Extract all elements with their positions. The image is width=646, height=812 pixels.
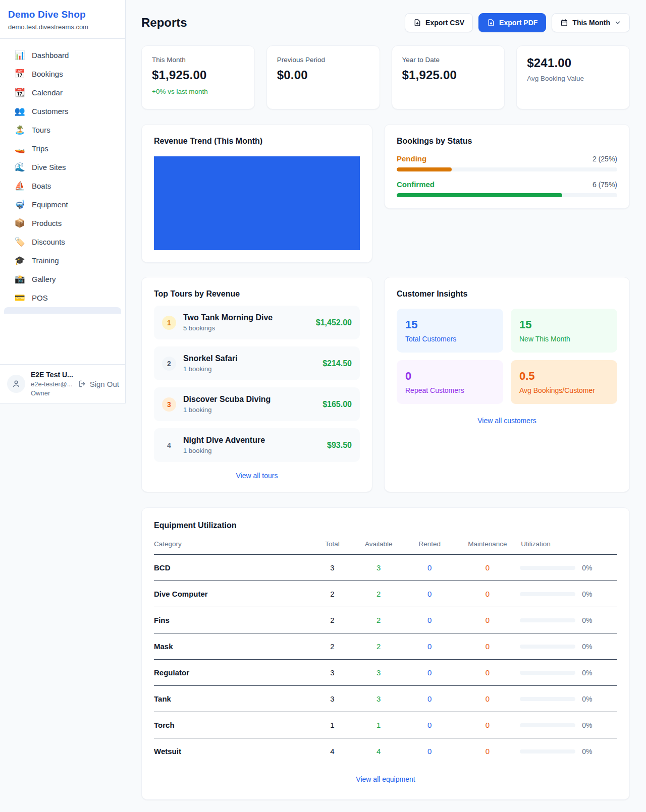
column-header-maintenance: Maintenance: [455, 540, 520, 555]
sidebar-item-active-partial: [4, 307, 121, 314]
shop-domain: demo.test.divestreams.com: [8, 23, 117, 31]
person-icon: [12, 379, 21, 388]
tag-icon: 🏷️: [14, 238, 25, 246]
island-icon: 🏝️: [14, 126, 25, 134]
sidebar-item-bookings[interactable]: 📅 Bookings: [4, 65, 121, 83]
sidebar-header: Demo Dive Shop demo.test.divestreams.com: [0, 0, 125, 39]
sidebar-item-label: Bookings: [32, 70, 63, 78]
sidebar-item-products[interactable]: 📦 Products: [4, 214, 121, 233]
utilization-bar-track: [520, 592, 575, 596]
view-all-equipment-link[interactable]: View all equipment: [154, 775, 617, 783]
stats-row: This Month $1,925.00 +0% vs last month P…: [141, 45, 630, 109]
sidebar-item-label: Dive Sites: [32, 163, 66, 171]
sign-out-button[interactable]: Sign Out: [78, 380, 119, 388]
cell-total: 4: [311, 738, 353, 765]
sidebar-nav: 📊 Dashboard 📅 Bookings 📆 Calendar 👥 Cust…: [0, 39, 125, 364]
cell-utilization: 0%: [520, 607, 617, 633]
status-count: 6 (75%): [593, 181, 617, 189]
insight-label: New This Month: [519, 335, 609, 343]
cell-category: Mask: [154, 633, 311, 660]
cell-maintenance: 0: [455, 660, 520, 686]
insight-label: Repeat Customers: [405, 386, 495, 394]
sign-out-label: Sign Out: [90, 380, 119, 388]
utilization-percent: 0%: [582, 564, 592, 572]
sidebar-item-gallery[interactable]: 📸 Gallery: [4, 270, 121, 288]
cell-category: BCD: [154, 555, 311, 581]
sidebar-item-label: Boats: [32, 182, 51, 190]
tour-list-item: 2 Snorkel Safari 1 booking $214.50: [154, 346, 360, 380]
user-name: E2E Test U...: [31, 371, 73, 379]
cell-maintenance: 0: [455, 581, 520, 607]
cell-utilization: 0%: [520, 738, 617, 765]
equipment-utilization-title: Equipment Utilization: [154, 521, 617, 530]
export-pdf-button[interactable]: Export PDF: [478, 13, 546, 32]
period-dropdown[interactable]: This Month: [552, 13, 630, 32]
status-count: 2 (25%): [593, 155, 617, 163]
sidebar-item-discounts[interactable]: 🏷️ Discounts: [4, 233, 121, 251]
view-all-tours-link[interactable]: View all tours: [154, 472, 360, 480]
sidebar-item-calendar[interactable]: 📆 Calendar: [4, 83, 121, 102]
user-info: E2E Test U... e2e-tester@... Owner: [31, 371, 73, 397]
stat-value: $1,925.00: [152, 68, 244, 82]
sidebar-item-dive-sites[interactable]: 🌊 Dive Sites: [4, 158, 121, 177]
tour-name: Snorkel Safari: [183, 354, 238, 363]
rank-badge: 2: [162, 357, 176, 371]
sidebar-item-tours[interactable]: 🏝️ Tours: [4, 121, 121, 139]
utilization-bar-track: [520, 618, 575, 622]
rank-badge: 4: [162, 438, 176, 452]
stat-value: $0.00: [277, 68, 369, 82]
sidebar-item-equipment[interactable]: 🤿 Equipment: [4, 195, 121, 214]
cell-total: 1: [311, 712, 353, 738]
cell-maintenance: 0: [455, 712, 520, 738]
table-row: Fins 2 2 0 0 0%: [154, 607, 617, 633]
cell-rented: 0: [404, 633, 455, 660]
user-email: e2e-tester@...: [31, 380, 73, 388]
topbar-actions: Export CSV Export PDF This Month: [405, 13, 630, 32]
middle-row: Top Tours by Revenue 1 Two Tank Morning …: [141, 277, 630, 492]
status-bar-fill: [397, 193, 562, 197]
top-tours-card: Top Tours by Revenue 1 Two Tank Morning …: [141, 277, 372, 492]
package-icon: 📦: [14, 219, 25, 227]
utilization-bar-track: [520, 671, 575, 675]
sidebar-item-training[interactable]: 🎓 Training: [4, 251, 121, 270]
cell-total: 3: [311, 555, 353, 581]
status-bar-track: [397, 167, 617, 171]
speedboat-icon: 🚤: [14, 144, 25, 153]
export-pdf-label: Export PDF: [499, 19, 537, 27]
customer-insights-title: Customer Insights: [397, 289, 617, 299]
sidebar-item-label: Gallery: [32, 275, 56, 283]
export-csv-button[interactable]: Export CSV: [405, 13, 473, 32]
bookings-by-status-title: Bookings by Status: [397, 137, 617, 146]
utilization-percent: 0%: [582, 669, 592, 677]
view-all-customers-link[interactable]: View all customers: [397, 417, 617, 425]
user-role: Owner: [31, 389, 73, 397]
status-bar-track: [397, 193, 617, 197]
table-row: Regulator 3 3 0 0 0%: [154, 660, 617, 686]
sidebar-item-trips[interactable]: 🚤 Trips: [4, 139, 121, 158]
sidebar-item-customers[interactable]: 👥 Customers: [4, 102, 121, 121]
cell-rented: 0: [404, 555, 455, 581]
sidebar-item-label: Products: [32, 219, 62, 227]
tour-revenue: $214.50: [322, 359, 352, 368]
table-row: Wetsuit 4 4 0 0 0%: [154, 738, 617, 765]
camera-flash-icon: 📸: [14, 275, 25, 283]
column-header-total: Total: [311, 540, 353, 555]
cell-maintenance: 0: [455, 633, 520, 660]
sidebar-item-label: Calendar: [32, 88, 63, 97]
stat-card-avg-booking-value: $241.00 Avg Booking Value: [516, 45, 630, 109]
cell-maintenance: 0: [455, 555, 520, 581]
utilization-percent: 0%: [582, 721, 592, 729]
sidebar-item-label: Discounts: [32, 238, 65, 246]
table-row: Dive Computer 2 2 0 0 0%: [154, 581, 617, 607]
insight-grid: 15 Total Customers 15 New This Month 0 R…: [397, 309, 617, 404]
stat-card-previous-period: Previous Period $0.00: [266, 45, 380, 109]
cell-total: 2: [311, 607, 353, 633]
tour-bookings: 1 booking: [183, 406, 271, 414]
sidebar-item-pos[interactable]: 💳 POS: [4, 288, 121, 307]
sidebar-item-boats[interactable]: ⛵ Boats: [4, 177, 121, 195]
stat-card-year-to-date: Year to Date $1,925.00: [392, 45, 505, 109]
calendar-date-icon: 📅: [14, 70, 25, 78]
charts-row: Revenue Trend (This Month) Bookings by S…: [141, 124, 630, 263]
sidebar-item-dashboard[interactable]: 📊 Dashboard: [4, 46, 121, 65]
stat-value: $241.00: [527, 56, 619, 70]
